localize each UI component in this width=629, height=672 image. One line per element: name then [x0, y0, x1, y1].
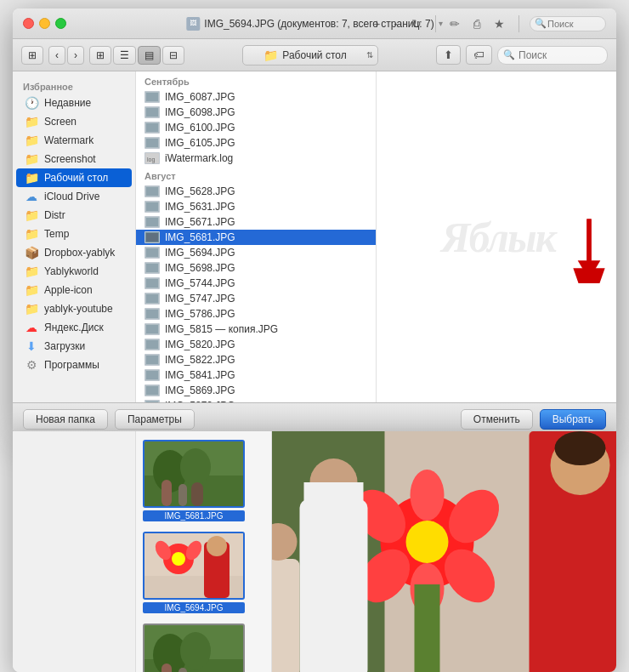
file-item[interactable]: IMG_5628.JPG: [136, 184, 376, 199]
file-item[interactable]: log iWatermark.log: [136, 151, 376, 166]
file-item[interactable]: IMG_5631.JPG: [136, 199, 376, 214]
confirm-button[interactable]: Выбрать: [540, 409, 606, 430]
svg-rect-17: [146, 233, 158, 242]
file-item[interactable]: IMG_6087.JPG: [136, 89, 376, 105]
sidebar-label-apple-icon: Apple-icon: [44, 284, 93, 296]
svg-rect-19: [146, 248, 158, 257]
svg-rect-83: [272, 559, 300, 672]
file-item[interactable]: IMG_5820.JPG: [136, 337, 376, 352]
file-item[interactable]: IMG_6100.JPG: [136, 120, 376, 135]
file-item[interactable]: IMG_6098.JPG: [136, 105, 376, 120]
sidebar-toggle-btn[interactable]: ⊞: [21, 46, 43, 65]
file-item-selected[interactable]: IMG_5681.JPG: [136, 230, 376, 245]
file-item[interactable]: IMG_5822.JPG: [136, 352, 376, 367]
sidebar-item-temp[interactable]: 📁 Temp: [16, 225, 132, 243]
file-name: IMG_5681.JPG: [165, 231, 235, 243]
file-thumbnail: [144, 293, 160, 305]
list-view-btn[interactable]: ☰: [113, 46, 136, 65]
minimize-button[interactable]: [39, 18, 50, 29]
params-button[interactable]: Параметры: [115, 409, 195, 430]
file-name: IMG_6105.JPG: [165, 137, 235, 149]
sidebar-item-yablyk[interactable]: 📁 Yablykworld: [16, 262, 132, 281]
svg-rect-79: [415, 584, 440, 672]
file-name: IMG_5747.JPG: [165, 293, 235, 305]
file-list-panel: Сентябрь IMG_6087.JPG IMG_6098.JPG IMG_6…: [136, 71, 377, 402]
svg-rect-15: [146, 218, 158, 226]
thumbnail-item-5681b[interactable]: IMG_5681.JPG: [143, 624, 245, 672]
tag-btn[interactable]: 🏷: [466, 45, 492, 65]
toolbar-search-icon: 🔍: [503, 49, 515, 60]
sidebar-item-youtube[interactable]: 📁 yablyk-youtube: [16, 299, 132, 318]
icon-view-btn[interactable]: ⊞: [89, 46, 111, 65]
thumbnail-item-5694[interactable]: IMG_5694.JPG: [143, 532, 245, 613]
file-thumbnail: [144, 339, 160, 350]
thumbnail-image-5681b: [143, 624, 245, 672]
cancel-button[interactable]: Отменить: [461, 409, 533, 430]
recent-icon: 🕐: [25, 96, 38, 110]
column-view-btn[interactable]: ▤: [138, 46, 161, 65]
file-thumbnail: [144, 201, 160, 213]
sidebar-item-watermark[interactable]: 📁 Watermark: [16, 131, 132, 150]
file-item[interactable]: IMG_5671.JPG: [136, 214, 376, 230]
large-preview-panel: [272, 431, 616, 672]
svg-rect-27: [146, 310, 158, 318]
sidebar-item-distr[interactable]: 📁 Distr: [16, 206, 132, 225]
location-chevron-icon: ⇅: [366, 50, 373, 60]
folder-icon: 📁: [25, 152, 38, 166]
file-item[interactable]: IMG_6105.JPG: [136, 135, 376, 151]
close-button[interactable]: [23, 18, 34, 29]
new-folder-button[interactable]: Новая папка: [23, 409, 108, 430]
file-item[interactable]: IMG_5786.JPG: [136, 306, 376, 322]
gallery-view-btn[interactable]: ⊟: [162, 46, 184, 65]
title-pencil-btn[interactable]: ✏: [446, 15, 463, 32]
sidebar-label-temp: Temp: [44, 228, 69, 240]
back-btn[interactable]: ‹: [48, 46, 65, 65]
svg-rect-25: [146, 294, 158, 303]
file-name: IMG_5694.JPG: [165, 247, 235, 259]
file-item[interactable]: IMG_5815 — копия.JPG: [136, 322, 376, 337]
sidebar-item-screen[interactable]: 📁 Screen: [16, 112, 132, 131]
maximize-button[interactable]: [55, 18, 66, 29]
location-selector[interactable]: 📁 Рабочий стол ⇅: [242, 45, 378, 65]
downloads-icon: ⬇: [25, 339, 38, 353]
sidebar-item-apple-icon[interactable]: 📁 Apple-icon: [16, 281, 132, 299]
window-title: IMG_5694.JPG (документов: 7, всего стран…: [204, 18, 434, 30]
forward-btn[interactable]: ›: [67, 46, 84, 65]
sidebar-item-yandex[interactable]: ☁ Яндекс.Диск: [16, 318, 132, 337]
title-share-btn[interactable]: ⎙: [470, 15, 484, 32]
sidebar-label-downloads: Загрузки: [44, 340, 85, 352]
file-item[interactable]: IMG_5841.JPG: [136, 367, 376, 383]
folder-icon: 📁: [25, 115, 38, 128]
file-item[interactable]: IMG_5698.JPG: [136, 260, 376, 276]
sidebar-item-dropbox[interactable]: 📦 Dropbox-yablyk: [16, 243, 132, 262]
file-thumbnail: [144, 185, 160, 197]
sidebar-item-screenshot[interactable]: 📁 Screenshot: [16, 150, 132, 168]
file-item[interactable]: IMG_5747.JPG: [136, 291, 376, 306]
file-thumbnail: log: [144, 152, 160, 164]
file-item[interactable]: IMG_5869.JPG: [136, 383, 376, 398]
svg-rect-21: [146, 264, 158, 272]
folder-icon: 📁: [25, 283, 38, 297]
sidebar-item-downloads[interactable]: ⬇ Загрузки: [16, 337, 132, 356]
share-btn[interactable]: ⬆: [436, 45, 461, 65]
file-icon: 🖼: [186, 17, 200, 31]
thumbnail-item-5681[interactable]: IMG_5681.JPG: [143, 440, 245, 521]
file-item[interactable]: IMG_5744.JPG: [136, 276, 376, 291]
file-thumbnail: [144, 369, 160, 381]
sidebar-item-apps[interactable]: ⚙ Программы: [16, 356, 132, 374]
sidebar-label-watermark: Watermark: [44, 134, 94, 146]
file-thumbnail: [144, 384, 160, 396]
file-name: IMG_5815 — копия.JPG: [165, 323, 278, 335]
sidebar-item-icloud[interactable]: ☁ iCloud Drive: [16, 187, 132, 206]
svg-rect-13: [146, 202, 158, 211]
file-name: IMG_5822.JPG: [165, 354, 235, 366]
sidebar-item-desktop[interactable]: 📁 Рабочий стол: [16, 168, 132, 187]
apps-icon: ⚙: [25, 358, 38, 372]
file-name: IMG_5671.JPG: [165, 216, 235, 228]
file-item[interactable]: IMG_5694.JPG: [136, 245, 376, 260]
sidebar-item-recent[interactable]: 🕐 Недавние: [16, 94, 132, 112]
svg-rect-5: [146, 123, 158, 132]
file-thumbnail: [144, 262, 160, 274]
title-star-btn[interactable]: ★: [490, 15, 508, 32]
folder-icon: 📁: [25, 265, 38, 278]
